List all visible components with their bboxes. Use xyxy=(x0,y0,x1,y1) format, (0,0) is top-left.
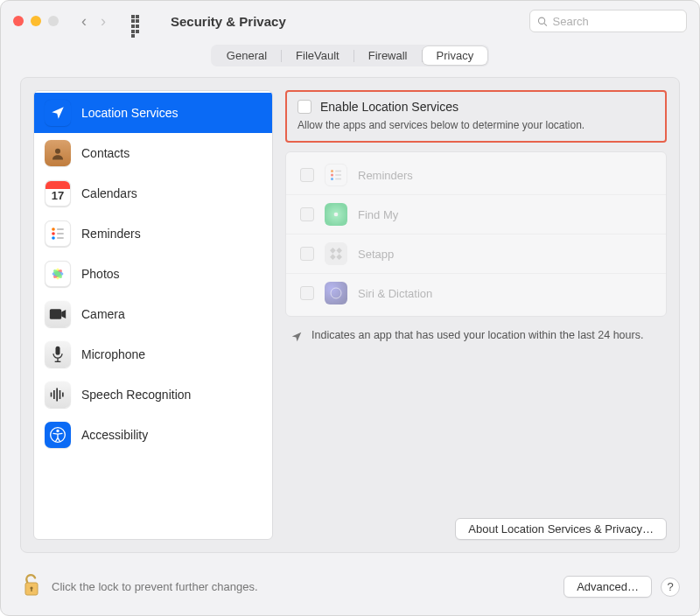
tab-privacy[interactable]: Privacy xyxy=(423,46,488,65)
svg-point-3 xyxy=(52,228,55,231)
svg-rect-21 xyxy=(62,393,64,397)
siri-icon xyxy=(325,282,347,304)
sidebar-item-label: Camera xyxy=(81,307,125,321)
footer: Click the lock to prevent further change… xyxy=(1,565,699,615)
search-input[interactable] xyxy=(553,15,679,28)
window-title: Security & Privacy xyxy=(171,14,286,29)
svg-rect-31 xyxy=(330,248,336,254)
show-all-prefs-button[interactable] xyxy=(130,14,144,28)
calendar-icon: 17 xyxy=(45,180,71,206)
enable-location-highlight: Enable Location Services Allow the apps … xyxy=(285,90,667,143)
svg-line-1 xyxy=(544,23,547,25)
app-checkbox[interactable] xyxy=(300,247,314,261)
svg-rect-18 xyxy=(53,390,55,399)
svg-point-0 xyxy=(538,18,544,24)
sidebar-item-label: Location Services xyxy=(81,106,178,120)
search-field[interactable] xyxy=(529,10,687,32)
sidebar-item-label: Speech Recognition xyxy=(81,388,191,402)
svg-rect-38 xyxy=(31,588,32,592)
app-checkbox[interactable] xyxy=(300,207,314,221)
camera-icon xyxy=(45,301,71,327)
app-checkbox[interactable] xyxy=(300,286,314,300)
lock-text: Click the lock to prevent further change… xyxy=(52,580,258,593)
setapp-icon xyxy=(325,242,347,265)
svg-point-30 xyxy=(334,213,339,217)
svg-rect-13 xyxy=(50,309,61,319)
sidebar-item-contacts[interactable]: Contacts xyxy=(34,133,272,173)
segmented-control: General FileVault Firewall Privacy xyxy=(211,45,489,66)
svg-point-5 xyxy=(52,236,55,240)
tab-firewall[interactable]: Firewall xyxy=(354,46,422,65)
sidebar-item-camera[interactable]: Camera xyxy=(34,294,272,334)
window-controls xyxy=(13,16,59,26)
forward-button[interactable]: › xyxy=(101,13,106,29)
sidebar-item-reminders[interactable]: Reminders xyxy=(34,214,272,254)
back-button[interactable]: ‹ xyxy=(81,13,87,29)
sidebar-item-photos[interactable]: Photos xyxy=(34,254,272,294)
sidebar-item-label: Microphone xyxy=(81,347,145,361)
svg-point-25 xyxy=(331,174,333,177)
photos-icon xyxy=(45,261,71,287)
svg-point-2 xyxy=(55,149,60,154)
svg-rect-20 xyxy=(60,390,61,399)
find-my-icon xyxy=(325,203,347,226)
sidebar-item-location-services[interactable]: Location Services xyxy=(34,93,272,133)
sidebar-item-label: Photos xyxy=(81,267,120,281)
location-arrow-icon xyxy=(290,331,303,343)
app-label: Setapp xyxy=(358,248,394,261)
app-label: Siri & Dictation xyxy=(358,287,432,300)
close-window-button[interactable] xyxy=(13,16,24,26)
lock-button[interactable] xyxy=(20,572,43,601)
app-row-find-my[interactable]: Find My xyxy=(286,195,666,234)
zoom-window-button[interactable] xyxy=(48,16,59,26)
speech-icon xyxy=(45,382,71,408)
accessibility-icon xyxy=(45,422,71,448)
detail-pane: Enable Location Services Allow the apps … xyxy=(285,90,667,540)
svg-point-35 xyxy=(331,288,341,298)
app-checkbox[interactable] xyxy=(300,168,314,182)
app-row-setapp[interactable]: Setapp xyxy=(286,234,666,274)
svg-rect-34 xyxy=(336,254,342,260)
indicator-note-text: Indicates an app that has used your loca… xyxy=(312,329,643,341)
svg-rect-14 xyxy=(56,346,60,355)
sidebar-item-accessibility[interactable]: Accessibility xyxy=(34,415,272,455)
svg-rect-33 xyxy=(330,254,336,260)
sidebar-item-label: Contacts xyxy=(81,146,130,160)
app-row-siri-dictation[interactable]: Siri & Dictation xyxy=(286,274,666,312)
enable-location-label: Enable Location Services xyxy=(320,100,458,114)
nav-arrows: ‹ › xyxy=(81,13,106,29)
tab-filevault[interactable]: FileVault xyxy=(282,46,354,65)
search-icon xyxy=(537,16,548,27)
sidebar-item-label: Reminders xyxy=(81,227,141,241)
app-row-reminders[interactable]: Reminders xyxy=(286,156,666,195)
tab-general[interactable]: General xyxy=(213,46,281,65)
minimize-window-button[interactable] xyxy=(31,16,41,26)
app-label: Reminders xyxy=(358,169,413,182)
about-location-button[interactable]: About Location Services & Privacy… xyxy=(455,518,667,540)
help-button[interactable]: ? xyxy=(661,578,680,597)
location-apps-list: Reminders Find My Setapp xyxy=(285,151,667,317)
sidebar-item-calendars[interactable]: 17 Calendars xyxy=(34,173,272,214)
svg-point-24 xyxy=(331,170,333,172)
svg-point-26 xyxy=(331,178,333,180)
sidebar-item-label: Accessibility xyxy=(81,428,148,442)
contacts-icon xyxy=(45,140,71,166)
svg-point-23 xyxy=(56,430,59,432)
reminders-icon xyxy=(325,164,347,186)
privacy-sidebar: Location Services Contacts 17 Calendars … xyxy=(33,90,273,540)
enable-location-checkbox[interactable] xyxy=(298,100,312,114)
microphone-icon xyxy=(45,341,71,368)
svg-rect-32 xyxy=(336,248,342,254)
sidebar-item-label: Calendars xyxy=(81,186,137,200)
svg-rect-17 xyxy=(51,393,52,397)
advanced-button[interactable]: Advanced… xyxy=(564,576,652,598)
titlebar: ‹ › Security & Privacy xyxy=(1,1,699,41)
svg-rect-19 xyxy=(56,388,58,402)
sidebar-item-speech-recognition[interactable]: Speech Recognition xyxy=(34,374,272,415)
main-panel: Location Services Contacts 17 Calendars … xyxy=(20,77,680,553)
location-indicator-note: Indicates an app that has used your loca… xyxy=(285,317,667,343)
sidebar-item-microphone[interactable]: Microphone xyxy=(34,334,272,374)
tabs-row: General FileVault Firewall Privacy xyxy=(1,41,699,77)
svg-point-4 xyxy=(52,232,55,235)
enable-location-subtext: Allow the apps and services below to det… xyxy=(298,119,654,131)
